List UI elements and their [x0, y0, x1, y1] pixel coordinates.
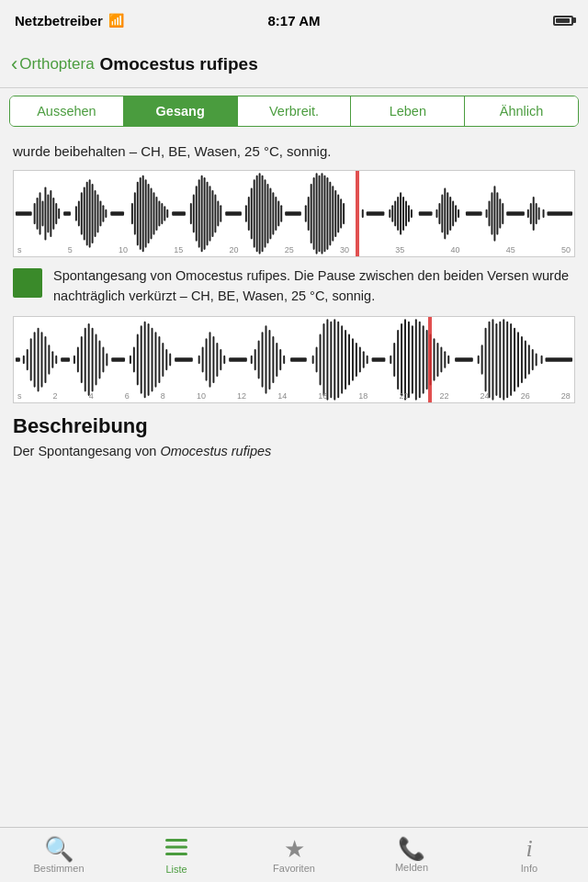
svg-rect-192 [372, 357, 386, 362]
svg-rect-156 [198, 355, 200, 363]
svg-rect-22 [102, 205, 104, 222]
svg-rect-199 [412, 325, 413, 393]
svg-rect-31 [148, 184, 150, 243]
svg-rect-149 [152, 327, 153, 391]
svg-rect-154 [169, 353, 171, 366]
svg-rect-225 [528, 345, 530, 375]
svg-rect-71 [313, 177, 315, 250]
page-title: Omocestus rufipes [100, 54, 258, 74]
svg-rect-143 [130, 355, 131, 363]
back-label: Orthoptera [19, 55, 94, 74]
svg-rect-43 [198, 179, 200, 247]
svg-rect-226 [532, 348, 534, 369]
tab-melden-label: Melden [395, 862, 428, 873]
svg-rect-28 [140, 177, 141, 250]
tab-leben[interactable]: Leben [351, 96, 465, 126]
svg-rect-172 [276, 342, 277, 376]
svg-rect-124 [34, 332, 36, 387]
tab-aehnlich[interactable]: Ähnlich [465, 96, 578, 126]
svg-rect-24 [110, 211, 124, 216]
svg-rect-129 [51, 351, 53, 368]
svg-rect-19 [95, 190, 96, 237]
color-swatch [13, 268, 42, 298]
svg-rect-229 [546, 357, 573, 362]
svg-rect-30 [145, 179, 147, 247]
svg-rect-218 [503, 319, 504, 400]
star-icon: ★ [284, 837, 305, 861]
tab-bestimmen[interactable]: 🔍 Bestimmen [0, 828, 118, 882]
tab-gesang[interactable]: Gesang [124, 96, 238, 126]
svg-rect-90 [402, 197, 404, 231]
tab-verbreit[interactable]: Verbreit. [238, 96, 352, 126]
svg-rect-130 [55, 355, 57, 363]
svg-rect-15 [84, 187, 85, 240]
search-icon: 🔍 [44, 837, 74, 861]
svg-rect-20 [97, 195, 99, 233]
svg-rect-16 [86, 182, 88, 246]
svg-rect-222 [517, 332, 519, 387]
svg-rect-190 [363, 351, 365, 368]
svg-rect-153 [165, 348, 167, 369]
tab-aussehen[interactable]: Aussehen [10, 96, 124, 126]
svg-rect-104 [466, 211, 482, 216]
svg-rect-146 [141, 325, 142, 393]
waveform-2[interactable]: s246810 121416182022 242628 [13, 316, 575, 403]
svg-rect-56 [254, 179, 255, 247]
svg-rect-82 [343, 203, 345, 224]
svg-rect-25 [131, 203, 133, 224]
svg-rect-148 [148, 322, 150, 395]
tab-favoriten[interactable]: ★ Favoriten [235, 828, 353, 882]
playhead-1[interactable] [356, 171, 359, 256]
carrier-label: Netzbetreiber [15, 13, 103, 28]
svg-rect-106 [489, 201, 491, 227]
svg-rect-55 [251, 188, 253, 240]
svg-rect-72 [316, 173, 318, 254]
svg-rect-75 [323, 175, 325, 253]
svg-rect-21 [99, 201, 101, 227]
svg-rect-208 [444, 351, 446, 368]
tab-info[interactable]: i Info [470, 828, 588, 882]
svg-rect-163 [223, 355, 225, 363]
svg-rect-135 [85, 327, 86, 391]
playhead-2[interactable] [428, 317, 432, 402]
svg-rect-202 [423, 325, 424, 393]
svg-rect-162 [220, 348, 221, 369]
svg-rect-52 [225, 211, 242, 216]
svg-rect-119 [547, 211, 572, 216]
tab-liste[interactable]: Liste [118, 828, 235, 882]
svg-rect-78 [332, 186, 334, 241]
svg-rect-144 [133, 346, 135, 372]
svg-rect-77 [329, 182, 331, 246]
svg-rect-210 [455, 357, 473, 362]
svg-rect-100 [449, 197, 451, 231]
svg-rect-217 [499, 321, 501, 398]
svg-rect-97 [441, 195, 443, 233]
svg-rect-113 [527, 209, 529, 218]
svg-rect-150 [154, 332, 156, 387]
svg-rect-29 [142, 175, 144, 253]
svg-rect-95 [435, 209, 437, 218]
svg-rect-215 [492, 319, 493, 400]
svg-rect-70 [311, 184, 312, 243]
tab-liste-label: Liste [165, 864, 187, 875]
svg-rect-117 [538, 208, 540, 220]
svg-rect-231 [165, 845, 187, 848]
status-time: 8:17 AM [268, 13, 321, 28]
svg-rect-193 [390, 355, 391, 363]
waveform-1[interactable]: s5101520 253035404550 [13, 170, 575, 257]
svg-rect-167 [258, 340, 260, 379]
svg-rect-69 [308, 197, 310, 231]
tab-melden[interactable]: 📞 Melden [353, 828, 470, 882]
svg-rect-207 [440, 346, 442, 372]
svg-rect-134 [81, 335, 83, 382]
svg-rect-41 [193, 195, 195, 233]
svg-rect-196 [401, 322, 402, 395]
svg-rect-38 [166, 209, 168, 218]
tab-favoriten-label: Favoriten [273, 863, 315, 874]
svg-rect-142 [111, 357, 125, 362]
svg-rect-168 [262, 332, 264, 387]
svg-rect-81 [340, 198, 342, 229]
svg-rect-176 [312, 355, 314, 363]
svg-rect-228 [541, 355, 543, 363]
back-button[interactable]: ‹ Orthoptera [11, 54, 95, 74]
